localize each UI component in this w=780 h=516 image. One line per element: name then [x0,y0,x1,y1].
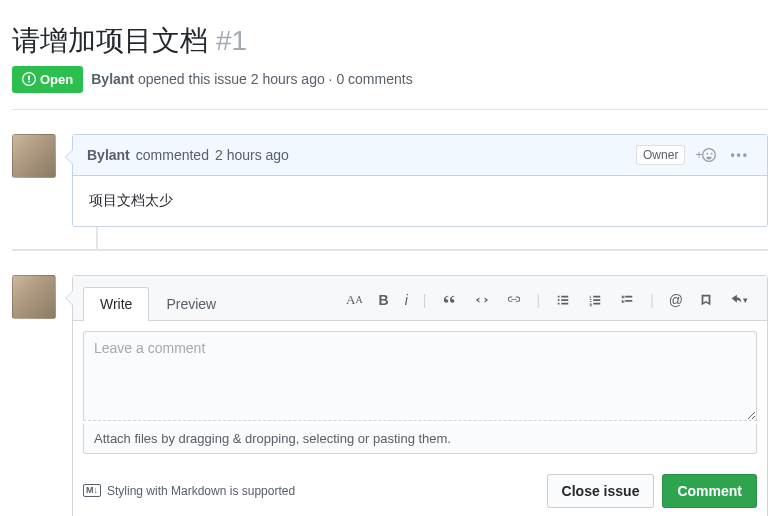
issue-number: #1 [216,25,247,57]
reference-icon[interactable]: ▾ [724,289,753,311]
mention-icon[interactable]: @ [664,288,688,312]
add-reaction-button[interactable]: + [691,148,720,162]
tasklist-icon[interactable] [614,289,640,311]
state-badge: Open [12,66,83,93]
saved-replies-icon[interactable] [694,289,718,311]
timeline-rail [96,227,768,249]
attach-hint[interactable]: Attach files by dragging & dropping, sel… [83,424,757,454]
close-issue-button[interactable]: Close issue [547,474,655,508]
state-label: Open [40,72,73,87]
markdown-toolbar: AA B i | | | @ ▾ [341,288,757,318]
ul-icon[interactable] [550,289,576,311]
issue-byline: Bylant opened this issue 2 hours ago · 0… [91,71,412,87]
avatar[interactable] [12,275,56,319]
comment-button[interactable]: Comment [662,474,757,508]
comment-item: Bylant commented 2 hours ago Owner + •••… [12,134,768,227]
comment-bubble: Bylant commented 2 hours ago Owner + •••… [72,134,768,227]
comment-author[interactable]: Bylant [87,147,130,163]
avatar[interactable] [12,134,56,178]
markdown-icon: M↓ [83,484,101,497]
comment-menu-button[interactable]: ••• [726,148,753,162]
comment-body: 项目文档太少 [73,176,767,226]
bold-icon[interactable]: B [374,288,394,312]
owner-badge: Owner [636,145,685,165]
issue-title: 请增加项目文档 [12,24,208,58]
quote-icon[interactable] [437,289,463,311]
link-icon[interactable] [501,289,527,311]
ol-icon[interactable] [582,289,608,311]
timeline-divider [12,249,768,251]
tab-preview[interactable]: Preview [149,287,233,321]
issue-meta: Open Bylant opened this issue 2 hours ag… [12,66,768,110]
issue-title-row: 请增加项目文档 #1 [12,24,768,58]
editor-footer: M↓ Styling with Markdown is supported Cl… [73,464,767,516]
new-comment-item: Write Preview AA B i | | [12,275,768,516]
comment-header: Bylant commented 2 hours ago Owner + ••• [73,135,767,176]
issue-author[interactable]: Bylant [91,71,134,87]
comment-textarea[interactable] [83,331,757,421]
tab-write[interactable]: Write [83,287,149,321]
code-icon[interactable] [469,289,495,311]
comment-editor: Write Preview AA B i | | [72,275,768,516]
editor-tabbar: Write Preview AA B i | | [73,276,767,321]
markdown-hint[interactable]: M↓ Styling with Markdown is supported [83,484,295,498]
heading-icon[interactable]: AA [341,288,368,312]
italic-icon[interactable]: i [400,288,413,312]
issue-open-icon [22,72,36,86]
